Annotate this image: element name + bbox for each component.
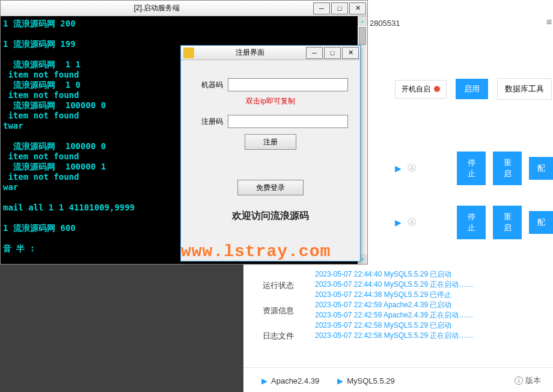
log-line: 2023-05-07 22:42:59 Apache2.4.39 已启动	[315, 300, 474, 310]
reg-minimize-button[interactable]: ─	[306, 47, 323, 59]
restart-button-1[interactable]: 重启	[493, 152, 522, 185]
bottom-bar: ▶Apache2.4.39 ▶MySQL5.5.29 i版本	[243, 367, 553, 386]
log-line: 2023-05-07 22:44:40 MySQL5.5.29 已启动	[315, 269, 474, 280]
play-icon[interactable]: ▶	[395, 164, 402, 173]
register-title: 注册界面	[194, 47, 306, 58]
db-tool-button[interactable]: 数据库工具	[497, 78, 552, 100]
welcome-text: 欢迎访问流浪源码	[193, 210, 348, 222]
log-list: 2023-05-07 22:44:40 MySQL5.5.29 已启动2023-…	[315, 269, 474, 341]
close-button[interactable]: ✕	[349, 2, 366, 14]
bee-icon	[183, 47, 194, 58]
boot-on-start[interactable]: 开机自启	[395, 80, 447, 99]
label-resource: 资源信息	[263, 298, 294, 323]
reg-close-button[interactable]: ✕	[342, 47, 359, 59]
restart-button-2[interactable]: 重启	[493, 206, 522, 239]
apache-status: ▶Apache2.4.39	[261, 376, 319, 385]
terminal-line: 1 流浪源码网 200	[3, 19, 365, 29]
terminal-title: [2].启动服务端	[1, 3, 313, 13]
terminal-titlebar[interactable]: [2].启动服务端 ─ □ ✕	[1, 1, 367, 16]
config-button-1[interactable]: 配	[529, 157, 553, 180]
version-link[interactable]: i版本	[515, 375, 541, 386]
play-icon: ▶	[337, 376, 343, 385]
play-icon: ▶	[261, 376, 267, 385]
hint-text: 双击ip即可复制	[193, 96, 348, 106]
enable-button[interactable]: 启用	[456, 79, 488, 99]
label-logfile: 日志文件	[263, 323, 294, 349]
label-status: 运行状态	[263, 273, 294, 298]
mysql-status: ▶MySQL5.5.29	[337, 376, 395, 385]
log-line: 2023-05-07 22:44:38 MySQL5.5.29 已停止	[315, 290, 474, 300]
register-button[interactable]: 注册	[245, 134, 296, 150]
a-badge: Ⓐ	[408, 163, 416, 174]
menu-icon[interactable]: ≡	[546, 17, 552, 28]
machine-code-input[interactable]	[228, 78, 348, 91]
free-login-button[interactable]: 免费登录	[237, 180, 304, 195]
register-code-label: 注册码	[193, 117, 223, 127]
play-icon[interactable]: ▶	[395, 218, 402, 227]
register-code-input[interactable]	[228, 115, 348, 128]
log-line: 2023-05-07 22:42:59 Apache2.4.39 正在启动……	[315, 310, 474, 320]
boot-label: 开机自启	[402, 84, 430, 94]
scroll-up-icon[interactable]: ▴	[358, 16, 367, 26]
red-dot-icon	[434, 86, 440, 92]
machine-code-label: 机器码	[193, 80, 223, 90]
minimize-button[interactable]: ─	[313, 2, 330, 14]
scroll-thumb[interactable]	[359, 27, 366, 45]
log-line: 2023-05-07 22:42:58 MySQL5.5.29 正在启动……	[315, 331, 474, 341]
terminal-line	[3, 29, 365, 39]
maximize-button[interactable]: □	[331, 2, 348, 14]
register-titlebar[interactable]: 注册界面 ─ □ ✕	[181, 46, 360, 60]
log-line: 2023-05-07 22:44:40 MySQL5.5.29 正在启动……	[315, 280, 474, 290]
info-icon: i	[515, 376, 523, 385]
stop-button-1[interactable]: 停止	[457, 152, 486, 185]
stop-button-2[interactable]: 停止	[457, 206, 486, 239]
config-button-2[interactable]: 配	[529, 211, 553, 234]
a-badge: Ⓐ	[408, 217, 416, 228]
log-line: 2023-05-07 22:42:58 MySQL5.5.29 已启动	[315, 320, 474, 331]
register-dialog: 注册界面 ─ □ ✕ 机器码 双击ip即可复制 注册码 注册 免费登录 欢迎访问…	[180, 45, 361, 262]
reg-maximize-button[interactable]: □	[324, 47, 341, 59]
desktop-bg	[0, 263, 243, 392]
